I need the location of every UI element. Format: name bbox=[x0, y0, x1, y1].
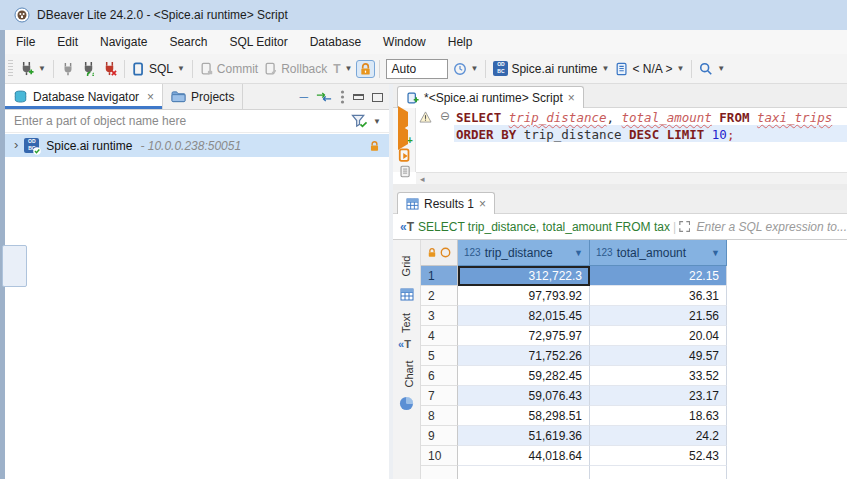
scroll-left-arrow-icon[interactable]: ◂ bbox=[420, 174, 425, 184]
menu-navigate[interactable]: Navigate bbox=[89, 30, 158, 54]
cell-trip-distance[interactable]: 59,076.43 bbox=[458, 386, 590, 406]
grid-corner-cell[interactable] bbox=[421, 240, 458, 266]
link-editor-icon[interactable] bbox=[316, 92, 332, 102]
view-tab-grid-label[interactable]: Grid bbox=[400, 256, 412, 277]
grid-view-icon[interactable] bbox=[400, 288, 414, 301]
cell-total-amount[interactable]: 24.2 bbox=[590, 426, 727, 446]
history-dropdown-arrow[interactable]: ▼ bbox=[471, 64, 479, 73]
connect-button[interactable]: ▼ bbox=[16, 59, 49, 78]
row-header[interactable]: 3 bbox=[421, 306, 458, 326]
schema-selector[interactable]: < N/A > ▼ bbox=[612, 60, 687, 78]
transaction-mode-button[interactable]: T ▼ bbox=[330, 60, 355, 78]
menu-edit[interactable]: Edit bbox=[46, 30, 89, 54]
rollback-button[interactable]: Rollback bbox=[261, 60, 330, 78]
disconnect-button[interactable] bbox=[99, 59, 120, 78]
sort-dropdown-icon[interactable]: ▼ bbox=[711, 248, 720, 258]
execute-new-tab-button[interactable]: + bbox=[398, 130, 408, 144]
connection-lock-toggle[interactable] bbox=[356, 60, 375, 78]
commit-button[interactable]: Commit bbox=[197, 60, 261, 78]
tab-script-editor[interactable]: *<Spice.ai runtime> Script × bbox=[397, 86, 584, 109]
schema-dropdown-arrow[interactable]: ▼ bbox=[676, 64, 684, 73]
row-header[interactable]: 10 bbox=[421, 446, 458, 466]
connect-dropdown-arrow[interactable]: ▼ bbox=[38, 64, 46, 73]
auto-commit-select[interactable]: Auto bbox=[386, 59, 448, 79]
row-header[interactable]: 8 bbox=[421, 406, 458, 426]
tab-script-close-icon[interactable]: × bbox=[568, 91, 575, 105]
cell-trip-distance[interactable]: 58,298.51 bbox=[458, 406, 590, 426]
column-header-trip-distance[interactable]: 123 trip_distance ▼ bbox=[458, 240, 590, 266]
editor-horizontal-scrollbar[interactable]: ◂ bbox=[416, 172, 847, 184]
column-header-total-amount[interactable]: 123 total_amount ▼ bbox=[590, 240, 727, 266]
tab-results-close-icon[interactable]: × bbox=[479, 197, 486, 211]
cell-total-amount[interactable]: 22.15 bbox=[590, 266, 727, 286]
cell-trip-distance[interactable]: 72,975.97 bbox=[458, 326, 590, 346]
row-header[interactable]: 5 bbox=[421, 346, 458, 366]
expand-filter-icon[interactable] bbox=[679, 220, 690, 233]
transaction-dropdown-arrow[interactable]: ▼ bbox=[345, 64, 353, 73]
menu-file[interactable]: File bbox=[5, 30, 46, 54]
cell-total-amount[interactable]: 21.56 bbox=[590, 306, 727, 326]
warning-marker[interactable] bbox=[419, 111, 432, 126]
row-header[interactable]: 4 bbox=[421, 326, 458, 346]
tab-close-icon[interactable]: × bbox=[147, 90, 154, 104]
sql-code-line-1[interactable]: SELECTtrip_distance,total_amountFROMtaxi… bbox=[456, 109, 832, 126]
text-view-icon[interactable]: «T bbox=[398, 338, 411, 350]
cell-trip-distance[interactable]: 97,793.92 bbox=[458, 286, 590, 306]
minimize-panel-icon[interactable] bbox=[353, 94, 364, 100]
row-header[interactable]: 1 bbox=[421, 266, 458, 286]
view-tab-chart-label[interactable]: Chart bbox=[403, 361, 415, 388]
menu-search[interactable]: Search bbox=[158, 30, 218, 54]
chart-view-icon[interactable] bbox=[399, 396, 414, 411]
collapse-all-icon[interactable]: ─ bbox=[299, 90, 308, 104]
reconnect-button[interactable] bbox=[78, 59, 99, 78]
view-tab-grid[interactable] bbox=[2, 245, 27, 287]
fold-collapse-icon[interactable]: ⊖ bbox=[440, 109, 450, 123]
tree-item-connection[interactable]: › ODBC Spice.ai runtime - 10.0.0.238:500… bbox=[5, 134, 389, 157]
transaction-log-button[interactable]: ▼ bbox=[450, 60, 482, 78]
filter-dropdown-arrow[interactable]: ▼ bbox=[373, 117, 381, 126]
view-tab-text-label[interactable]: Text bbox=[400, 313, 412, 333]
maximize-panel-icon[interactable] bbox=[372, 93, 383, 102]
search-dropdown-arrow[interactable]: ▼ bbox=[717, 64, 725, 73]
plug-button[interactable] bbox=[58, 60, 78, 78]
title-bar[interactable]: DBeaver Lite 24.2.0 - <Spice.ai runtime>… bbox=[0, 0, 847, 30]
cell-total-amount[interactable]: 36.31 bbox=[590, 286, 727, 306]
expand-chevron-icon[interactable]: › bbox=[5, 137, 24, 154]
cell-total-amount[interactable]: 23.17 bbox=[590, 386, 727, 406]
sort-dropdown-icon[interactable]: ▼ bbox=[574, 248, 583, 258]
row-header[interactable]: 6 bbox=[421, 366, 458, 386]
menu-sql-editor[interactable]: SQL Editor bbox=[218, 30, 298, 54]
connection-dropdown-arrow[interactable]: ▼ bbox=[601, 64, 609, 73]
cell-total-amount[interactable]: 52.43 bbox=[590, 446, 727, 466]
filter-funnel-icon[interactable] bbox=[351, 114, 368, 129]
cell-trip-distance[interactable]: 312,722.3 bbox=[458, 266, 590, 286]
menu-database[interactable]: Database bbox=[299, 30, 372, 54]
tab-projects[interactable]: Projects bbox=[163, 84, 243, 109]
connection-selector[interactable]: ODBC Spice.ai runtime ▼ bbox=[490, 59, 612, 78]
cell-trip-distance[interactable]: 59,282.45 bbox=[458, 366, 590, 386]
cell-trip-distance[interactable]: 44,018.64 bbox=[458, 446, 590, 466]
cell-total-amount[interactable]: 20.04 bbox=[590, 326, 727, 346]
cell-trip-distance[interactable]: 71,752.26 bbox=[458, 346, 590, 366]
menu-help[interactable]: Help bbox=[437, 30, 484, 54]
row-header[interactable]: 7 bbox=[421, 386, 458, 406]
execute-script-button[interactable] bbox=[398, 148, 412, 166]
cell-total-amount[interactable]: 49.57 bbox=[590, 346, 727, 366]
search-button[interactable]: ▼ bbox=[696, 60, 728, 78]
row-header[interactable]: 9 bbox=[421, 426, 458, 446]
object-filter-input[interactable]: Enter a part of object name here bbox=[5, 114, 351, 128]
tab-results-1[interactable]: Results 1 × bbox=[397, 192, 495, 215]
cell-trip-distance[interactable]: 51,619.36 bbox=[458, 426, 590, 446]
row-header[interactable]: 2 bbox=[421, 286, 458, 306]
cell-total-amount[interactable]: 18.63 bbox=[590, 406, 727, 426]
script-info-button[interactable] bbox=[399, 165, 412, 181]
sql-code-line-2[interactable]: ORDER BYtrip_distanceDESCLIMIT10; bbox=[456, 126, 734, 143]
tab-database-navigator[interactable]: Database Navigator × bbox=[5, 84, 163, 109]
cell-total-amount[interactable]: 33.52 bbox=[590, 366, 727, 386]
view-menu-icon[interactable] bbox=[340, 90, 345, 104]
menu-window[interactable]: Window bbox=[372, 30, 437, 54]
cell-trip-distance[interactable]: 82,015.45 bbox=[458, 306, 590, 326]
sql-dropdown-arrow[interactable]: ▼ bbox=[177, 64, 185, 73]
sql-editor-button[interactable]: SQL ▼ bbox=[129, 60, 188, 78]
filter-expression-input[interactable]: Enter a SQL expression to... bbox=[696, 220, 847, 234]
